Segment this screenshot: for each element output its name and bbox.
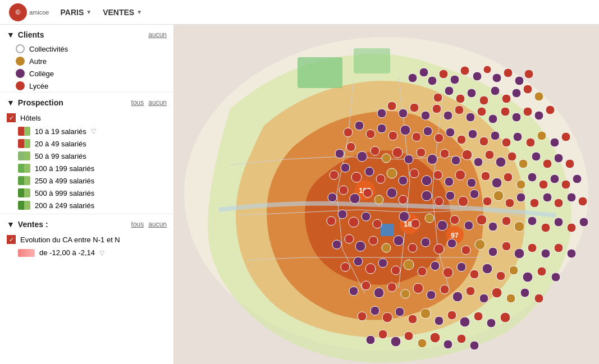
svg-point-22 bbox=[504, 68, 513, 77]
svg-point-132 bbox=[554, 199, 563, 208]
svg-point-218 bbox=[366, 335, 375, 344]
svg-point-80 bbox=[440, 149, 449, 158]
svg-point-166 bbox=[475, 239, 485, 250]
svg-point-124 bbox=[458, 196, 468, 206]
nav-ventes[interactable]: VENTES ▼ bbox=[103, 8, 142, 17]
prospection-aucun-link[interactable]: aucun bbox=[148, 99, 167, 107]
svg-point-76 bbox=[392, 148, 403, 158]
hotels-10-19: 10 à 19 salariés ▽ bbox=[0, 125, 173, 137]
hotels-50-99-icon bbox=[18, 151, 30, 160]
svg-point-91 bbox=[565, 159, 574, 168]
evolution-ca-checkbox[interactable]: ✓ bbox=[7, 235, 16, 244]
svg-point-170 bbox=[528, 243, 537, 252]
ventes-aucun-link[interactable]: aucun bbox=[148, 220, 167, 228]
svg-point-178 bbox=[391, 266, 400, 275]
svg-point-196 bbox=[413, 283, 423, 293]
svg-rect-5 bbox=[354, 48, 390, 73]
svg-point-32 bbox=[512, 89, 521, 98]
svg-point-128 bbox=[505, 199, 514, 208]
svg-point-33 bbox=[523, 85, 532, 94]
svg-point-175 bbox=[354, 257, 363, 266]
svg-point-67 bbox=[526, 138, 535, 147]
svg-point-26 bbox=[445, 86, 454, 95]
svg-point-160 bbox=[394, 236, 404, 246]
ventes-tous-link[interactable]: tous bbox=[131, 220, 144, 228]
svg-point-72 bbox=[346, 142, 355, 151]
svg-point-58 bbox=[423, 127, 432, 136]
svg-point-179 bbox=[404, 260, 414, 270]
svg-point-81 bbox=[451, 156, 460, 165]
svg-point-95 bbox=[365, 167, 374, 176]
svg-point-43 bbox=[466, 113, 475, 122]
svg-point-157 bbox=[355, 241, 365, 251]
nav-paris[interactable]: PARIS ▼ bbox=[60, 8, 92, 17]
svg-point-113 bbox=[573, 174, 582, 183]
main-layout: ▼ Clients aucun Collectivités Autre Coll… bbox=[0, 25, 599, 364]
svg-point-77 bbox=[404, 155, 413, 164]
hotels-200-249: 200 à 249 salariés bbox=[0, 199, 173, 211]
svg-point-104 bbox=[467, 178, 476, 187]
svg-point-220 bbox=[391, 337, 401, 347]
evolution-ca-item[interactable]: ✓ Evolution du CA entre N-1 et N bbox=[0, 232, 173, 247]
svg-point-108 bbox=[516, 180, 525, 189]
svg-point-42 bbox=[455, 105, 464, 114]
svg-point-168 bbox=[502, 242, 511, 251]
svg-point-47 bbox=[512, 113, 521, 122]
svg-point-193 bbox=[374, 288, 384, 298]
svg-point-125 bbox=[470, 190, 479, 199]
hotels-500-999-icon bbox=[18, 188, 30, 197]
svg-point-224 bbox=[443, 340, 452, 349]
gradient-rect bbox=[18, 249, 35, 257]
svg-point-154 bbox=[579, 218, 588, 227]
svg-point-222 bbox=[418, 339, 427, 348]
clients-section-header: ▼ Clients aucun bbox=[0, 25, 173, 43]
svg-point-114 bbox=[328, 193, 337, 202]
filter-icon[interactable]: ▽ bbox=[91, 127, 96, 135]
svg-point-88 bbox=[532, 152, 541, 161]
svg-point-60 bbox=[446, 128, 455, 137]
svg-point-208 bbox=[382, 312, 392, 322]
svg-point-135 bbox=[327, 216, 336, 225]
hotels-checkbox[interactable]: ✓ bbox=[7, 113, 16, 122]
map-container[interactable]: 105 189 97 bbox=[174, 25, 599, 364]
svg-point-40 bbox=[432, 104, 441, 113]
svg-point-78 bbox=[417, 148, 426, 157]
svg-point-215 bbox=[474, 312, 483, 321]
svg-point-19 bbox=[473, 72, 482, 81]
triangle-icon: ▼ bbox=[7, 98, 15, 107]
svg-point-56 bbox=[400, 125, 410, 135]
filter-icon[interactable]: ▽ bbox=[99, 249, 104, 257]
svg-point-127 bbox=[493, 191, 504, 201]
svg-point-188 bbox=[523, 272, 533, 282]
svg-point-158 bbox=[369, 236, 378, 245]
prospection-tous-link[interactable]: tous bbox=[131, 99, 144, 107]
svg-point-167 bbox=[488, 247, 497, 256]
hotels-checkbox-item[interactable]: ✓ Hôtels bbox=[0, 110, 173, 125]
svg-point-144 bbox=[450, 215, 459, 224]
header: © amicoe PARIS ▼ VENTES ▼ bbox=[0, 0, 599, 25]
chevron-down-icon: ▼ bbox=[136, 9, 142, 15]
svg-point-116 bbox=[350, 193, 360, 204]
svg-point-63 bbox=[479, 137, 488, 146]
svg-point-185 bbox=[482, 264, 492, 274]
hotels-100-199: 100 à 199 salariés bbox=[0, 162, 173, 174]
prospection-actions: tous aucun bbox=[131, 99, 167, 107]
svg-point-49 bbox=[534, 111, 543, 120]
svg-point-174 bbox=[341, 262, 350, 271]
svg-point-161 bbox=[408, 243, 417, 252]
svg-point-210 bbox=[408, 315, 417, 324]
svg-point-140 bbox=[399, 211, 409, 222]
svg-point-129 bbox=[516, 193, 525, 202]
svg-point-110 bbox=[539, 180, 548, 189]
svg-point-217 bbox=[500, 312, 510, 322]
svg-point-197 bbox=[427, 291, 436, 300]
svg-point-190 bbox=[551, 273, 560, 282]
clients-aucun-link[interactable]: aucun bbox=[148, 31, 167, 39]
svg-point-182 bbox=[443, 268, 453, 278]
svg-point-86 bbox=[507, 152, 516, 161]
svg-point-103 bbox=[455, 170, 465, 180]
svg-point-73 bbox=[357, 151, 367, 162]
svg-point-115 bbox=[339, 186, 348, 195]
ventes-actions: tous aucun bbox=[131, 220, 167, 228]
svg-point-35 bbox=[377, 109, 386, 118]
